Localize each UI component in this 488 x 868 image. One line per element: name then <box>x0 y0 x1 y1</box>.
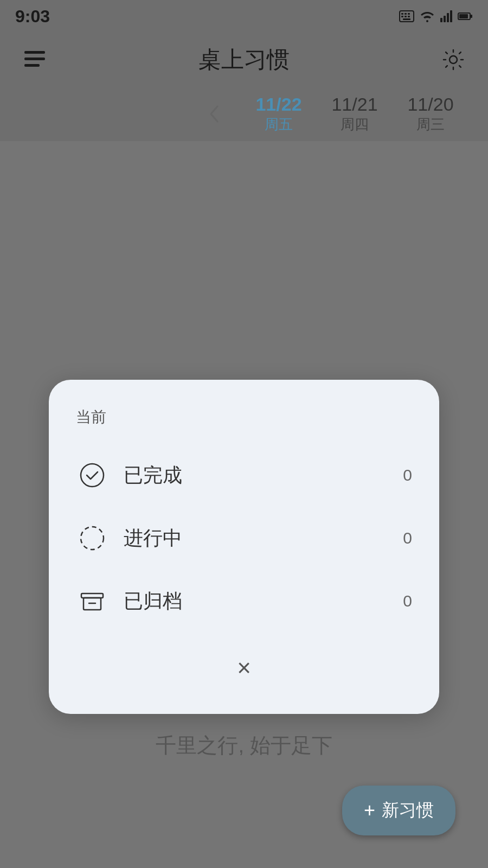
app-bar: 桌上习惯 <box>0 33 488 87</box>
date-col-3[interactable]: 11/20 周三 <box>393 94 468 134</box>
content-area: 千里之行, 始于足下 + 新习惯 当前 已完成 0 <box>0 141 488 868</box>
inprogress-icon <box>76 522 108 554</box>
svg-rect-8 <box>440 18 442 22</box>
habit-status-dialog: 当前 已完成 0 进行中 <box>49 380 439 714</box>
svg-rect-16 <box>24 58 45 60</box>
svg-rect-5 <box>404 16 407 17</box>
archived-item[interactable]: 已归档 0 <box>76 570 412 633</box>
svg-rect-14 <box>471 15 472 18</box>
date-col-1[interactable]: 11/22 周五 <box>241 94 317 134</box>
settings-button[interactable] <box>438 44 468 75</box>
svg-rect-9 <box>444 16 446 22</box>
date-day-1: 周五 <box>265 115 293 134</box>
inprogress-count: 0 <box>403 529 412 547</box>
date-day-2: 周四 <box>341 115 369 134</box>
modal-overlay: 当前 已完成 0 进行中 <box>0 282 488 868</box>
completed-item[interactable]: 已完成 0 <box>76 444 412 507</box>
svg-rect-10 <box>447 13 449 22</box>
archived-count: 0 <box>403 592 412 610</box>
completed-icon <box>76 459 108 492</box>
svg-point-18 <box>450 56 457 63</box>
svg-rect-1 <box>401 13 403 15</box>
svg-rect-7 <box>403 18 410 20</box>
svg-rect-6 <box>408 16 410 17</box>
date-num-1: 11/22 <box>255 94 301 115</box>
date-col-2[interactable]: 11/21 周四 <box>317 94 393 134</box>
date-navigation: 11/22 周五 11/21 周四 11/20 周三 <box>0 87 488 141</box>
app-title: 桌上习惯 <box>198 44 290 75</box>
battery-icon <box>458 12 473 21</box>
date-prev-button[interactable] <box>197 98 230 130</box>
svg-rect-4 <box>401 16 403 17</box>
close-icon: × <box>237 654 251 681</box>
svg-rect-2 <box>404 13 407 15</box>
archived-label: 已归档 <box>124 588 403 615</box>
svg-point-19 <box>81 464 104 487</box>
date-num-3: 11/20 <box>407 94 453 115</box>
inprogress-item[interactable]: 进行中 0 <box>76 507 412 570</box>
dialog-section-label: 当前 <box>76 407 412 427</box>
signal-icon <box>440 10 452 22</box>
svg-rect-3 <box>408 13 410 15</box>
date-num-2: 11/21 <box>331 94 377 115</box>
svg-rect-11 <box>450 10 452 22</box>
dialog-close-button[interactable]: × <box>76 654 412 681</box>
completed-count: 0 <box>403 466 412 484</box>
archived-icon <box>76 585 108 617</box>
svg-rect-13 <box>459 14 468 18</box>
date-day-3: 周三 <box>416 115 445 134</box>
status-icons <box>399 10 473 22</box>
completed-label: 已完成 <box>124 462 403 489</box>
svg-rect-15 <box>24 51 45 54</box>
menu-button[interactable] <box>20 44 50 75</box>
keyboard-icon <box>399 10 414 22</box>
svg-point-20 <box>81 527 104 550</box>
status-bar: 9:03 <box>0 0 488 33</box>
svg-rect-17 <box>24 64 40 67</box>
wifi-icon <box>420 10 435 22</box>
inprogress-label: 进行中 <box>124 525 403 552</box>
status-time: 9:03 <box>15 7 50 27</box>
